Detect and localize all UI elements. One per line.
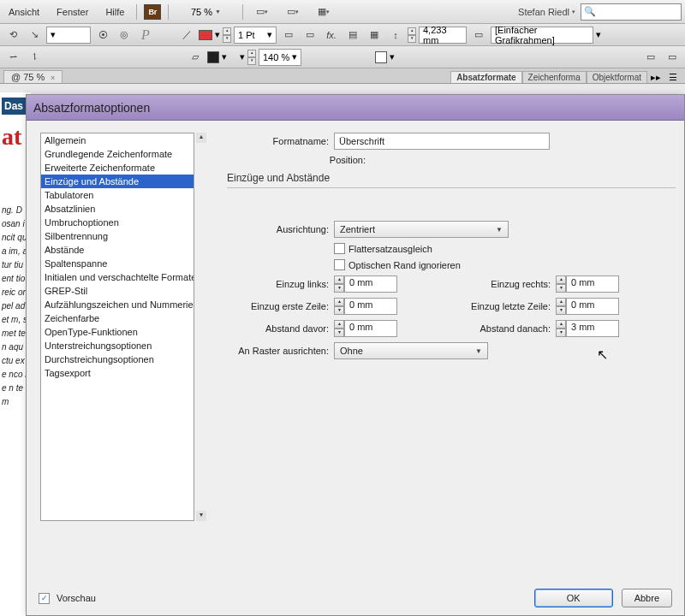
chevron-down-icon[interactable]: ▾: [596, 29, 601, 40]
frame-icon[interactable]: ▭: [469, 27, 488, 44]
category-item[interactable]: Tabulatoren: [41, 188, 194, 202]
stepper[interactable]: ▴▾: [334, 275, 344, 293]
measure-icon[interactable]: ↕: [386, 27, 405, 44]
einzug-letzte-input[interactable]: 0 mm: [566, 298, 619, 315]
screen-mode-icon[interactable]: ▭▾: [281, 3, 305, 21]
category-item[interactable]: Silbentrennung: [41, 229, 194, 243]
tabs-overflow-icon[interactable]: ▸▸: [647, 72, 664, 83]
menubar: Ansicht Fenster Hilfe Br 75 % ▼ ▭▾ ▭▾ ▦▾…: [0, 0, 685, 24]
category-list[interactable]: AllgemeinGrundlegende ZeichenformateErwe…: [40, 133, 194, 521]
abstand-davor-field[interactable]: ▴▾ 0 mm: [334, 320, 397, 337]
category-item[interactable]: OpenType-Funktionen: [41, 325, 194, 339]
abbrechen-button[interactable]: Abbre: [622, 589, 672, 607]
einzug-erste-field[interactable]: ▴▾ 0 mm: [334, 298, 397, 315]
chain-icon[interactable]: ⦿: [93, 27, 112, 44]
einzug-rechts-input[interactable]: 0 mm: [566, 275, 619, 293]
panel-b-icon[interactable]: ▭: [663, 49, 682, 66]
percent-field[interactable]: 140 %▾: [259, 49, 301, 66]
arrange-icon[interactable]: ▦▾: [312, 3, 336, 21]
checkbox-flattersatz[interactable]: [334, 243, 345, 254]
stepper[interactable]: ▴▾: [408, 27, 416, 43]
category-item[interactable]: Tagsexport: [41, 366, 194, 380]
fx-label-icon[interactable]: fx.: [322, 27, 341, 44]
abstand-danach-field[interactable]: ▴▾ 3 mm: [556, 320, 619, 337]
einzug-links-input[interactable]: 0 mm: [344, 275, 397, 293]
category-item[interactable]: Zeichenfarbe: [41, 311, 194, 325]
abstand-davor-input[interactable]: 0 mm: [344, 320, 397, 337]
fill-swatch[interactable]: [207, 51, 219, 63]
stroke-color-swatch[interactable]: [199, 30, 212, 40]
outline-swatch[interactable]: [375, 51, 387, 63]
category-item[interactable]: Unterstreichungsoptionen: [41, 339, 194, 352]
document-tab[interactable]: @ 75 % ×: [3, 70, 63, 83]
chevron-down-icon[interactable]: ▾: [390, 51, 395, 62]
paragraph-icon[interactable]: P: [136, 27, 155, 44]
link-icon[interactable]: ⟲: [3, 27, 22, 44]
vorschau-checkbox[interactable]: ✓: [39, 593, 50, 604]
panel-tab-zeichenformate[interactable]: Zeichenforma: [522, 71, 587, 83]
stepper[interactable]: ▴▾: [556, 298, 566, 315]
stepper[interactable]: ▴▾: [334, 320, 344, 337]
panel-menu-icon[interactable]: ☰: [664, 72, 682, 83]
panel-a-icon[interactable]: ▭: [641, 49, 660, 66]
stroke-weight[interactable]: 1 Pt▾: [234, 27, 277, 44]
chevron-down-icon[interactable]: ▾: [240, 51, 245, 62]
panel-tab-objektformat[interactable]: Objektformat: [587, 71, 647, 83]
checkbox-optischen-rand[interactable]: [334, 259, 345, 270]
frame-style-dropdown[interactable]: [Einfacher Grafikrahmen]: [491, 27, 593, 44]
category-item[interactable]: Spaltenspanne: [41, 257, 194, 270]
list-scroll[interactable]: ▴ ▾: [196, 133, 206, 521]
category-item[interactable]: Einzüge und Abstände: [41, 175, 194, 188]
scroll-down-icon[interactable]: ▾: [196, 511, 206, 521]
stepper[interactable]: ▴▾: [247, 50, 256, 65]
ausrichtung-dropdown[interactable]: Zentriert ▼: [334, 221, 509, 238]
bridge-icon[interactable]: Br: [144, 4, 161, 20]
panel-tab-absatzformate[interactable]: Absatzformate: [450, 71, 521, 83]
grid-a-icon[interactable]: ▤: [343, 27, 362, 44]
chevron-down-icon[interactable]: ▾: [222, 51, 227, 62]
zoom-dropdown[interactable]: 75 % ▼: [176, 7, 235, 17]
user-menu[interactable]: Stefan Riedl ▾: [518, 7, 575, 17]
einzug-letzte-field[interactable]: ▴▾ 0 mm: [556, 298, 619, 315]
fx-b-icon[interactable]: ▭: [301, 27, 319, 44]
search-input[interactable]: 🔍: [581, 3, 682, 21]
category-item[interactable]: Erweiterte Zeichenformate: [41, 161, 194, 175]
stepper[interactable]: ▴▾: [334, 298, 344, 315]
menu-help[interactable]: Hilfe: [100, 3, 129, 21]
stepper[interactable]: ▴▾: [556, 320, 566, 337]
field[interactable]: ▾: [46, 27, 91, 44]
category-item[interactable]: Absatzlinien: [41, 202, 194, 216]
category-item[interactable]: Grundlegende Zeichenformate: [41, 147, 194, 161]
category-item[interactable]: Allgemein: [41, 133, 194, 147]
formatname-input[interactable]: Überschrift: [334, 133, 550, 150]
grid-b-icon[interactable]: ▦: [365, 27, 384, 44]
menu-window[interactable]: Fenster: [51, 3, 93, 21]
view-options-icon[interactable]: ▭▾: [250, 3, 274, 21]
category-item[interactable]: Abstände: [41, 243, 194, 257]
abstand-danach-input[interactable]: 3 mm: [566, 320, 619, 337]
scroll-up-icon[interactable]: ▴: [196, 133, 206, 143]
category-item[interactable]: GREP-Stil: [41, 284, 194, 298]
stepper[interactable]: ▴▾: [556, 275, 566, 293]
category-item[interactable]: Durchstreichungsoptionen: [41, 352, 194, 366]
stepper[interactable]: ▴▾: [223, 27, 231, 43]
einzug-erste-input[interactable]: 0 mm: [344, 298, 397, 315]
fx-a-icon[interactable]: ▭: [279, 27, 298, 44]
ok-button[interactable]: OK: [534, 589, 613, 607]
measurement-field[interactable]: 4,233 mm: [419, 27, 467, 44]
target-icon[interactable]: ◎: [115, 27, 134, 44]
category-item[interactable]: Umbruchoptionen: [41, 216, 194, 229]
einzug-rechts-field[interactable]: ▴▾ 0 mm: [556, 275, 619, 293]
category-item[interactable]: Initialen und verschachtelte Formate: [41, 270, 194, 284]
flip-h-icon[interactable]: ⥋: [3, 49, 22, 66]
fill-icon[interactable]: ▱: [186, 49, 205, 66]
einzug-links-field[interactable]: ▴▾ 0 mm: [334, 275, 397, 293]
flip-v-icon[interactable]: ⥍: [25, 49, 44, 66]
chevron-down-icon[interactable]: ▾: [215, 29, 220, 40]
category-item[interactable]: Aufzählungszeichen und Nummerierung: [41, 298, 194, 311]
line-icon[interactable]: ／: [177, 27, 196, 44]
an-raster-dropdown[interactable]: Ohne ▼: [334, 342, 488, 359]
menu-view[interactable]: Ansicht: [3, 3, 45, 21]
close-icon[interactable]: ×: [51, 74, 55, 82]
eyedrop-icon[interactable]: ↘: [25, 27, 44, 44]
